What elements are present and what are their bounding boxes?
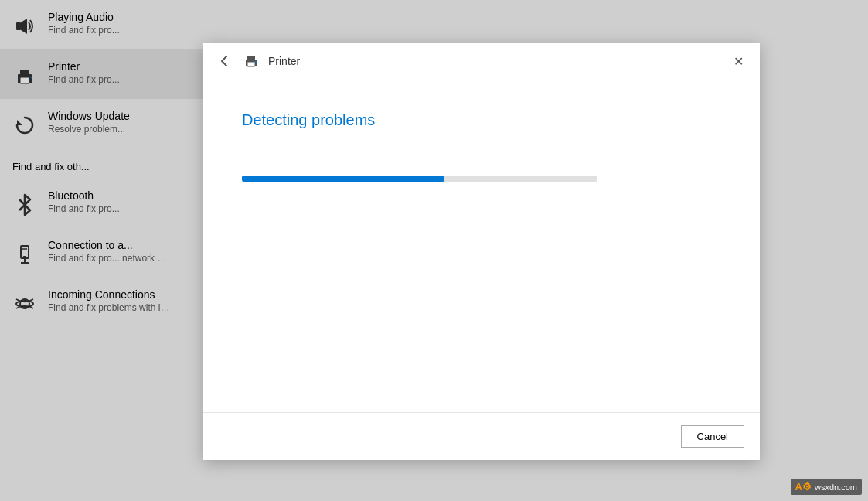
svg-rect-16 <box>247 56 255 60</box>
progress-container <box>242 176 597 182</box>
modal-body: Detecting problems <box>203 80 760 412</box>
watermark-logo: A⚙ <box>795 481 812 492</box>
cancel-button[interactable]: Cancel <box>681 425 744 448</box>
modal-overlay: Printer ✕ Detecting problems Cancel <box>0 0 868 501</box>
progress-bar-fill <box>242 176 444 182</box>
back-button[interactable] <box>216 52 234 70</box>
modal-header-left: Printer <box>216 52 300 70</box>
modal-title: Printer <box>268 55 300 67</box>
modal-dialog: Printer ✕ Detecting problems Cancel <box>203 43 760 460</box>
modal-header: Printer ✕ <box>203 43 760 80</box>
detecting-title: Detecting problems <box>242 111 721 129</box>
watermark-text: wsxdn.com <box>815 482 857 492</box>
progress-bar-background <box>242 176 597 182</box>
svg-rect-19 <box>255 61 257 63</box>
svg-rect-18 <box>247 62 255 66</box>
modal-footer: Cancel <box>203 412 760 460</box>
close-button[interactable]: ✕ <box>729 52 747 70</box>
modal-printer-icon <box>242 52 260 70</box>
watermark: A⚙ wsxdn.com <box>791 479 862 495</box>
